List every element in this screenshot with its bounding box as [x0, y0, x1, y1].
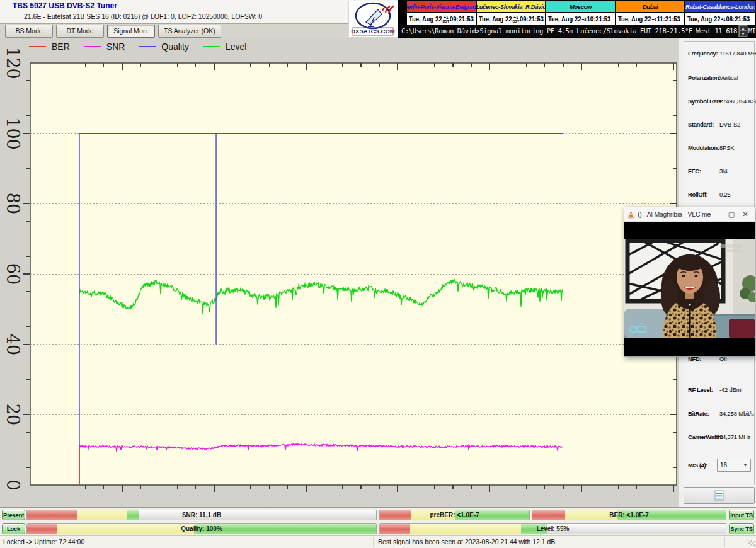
- clock-city-label: Dubai: [616, 1, 685, 13]
- clock-dubai: DubaiTue, Aug 22+411:21:53: [616, 1, 686, 25]
- cushion-left: [624, 309, 666, 338]
- info-label: RF Level:: [688, 386, 713, 393]
- info-label: Standard:: [688, 121, 714, 128]
- status-separator: [373, 537, 374, 547]
- info-value: 27497,354 KS/s: [719, 98, 756, 105]
- info-value: 34,258 Mbit/s: [719, 410, 753, 417]
- vlc-title: () - Al Maghribia - VLC media...: [638, 210, 711, 218]
- clock-time: Tue, Aug 22+310:21:53: [546, 13, 615, 25]
- ber-bar-label: BER: <1.0E-7: [532, 510, 726, 520]
- snr-bar: SNR: 11,1 dB: [26, 510, 377, 520]
- info-label: Symbol Rate:: [688, 98, 723, 105]
- info-label: CarrierWidth:: [688, 433, 723, 440]
- tab-strip: BS ModeDT ModeSignal Mon.TS Analyzer (OK…: [0, 24, 398, 38]
- info-label: RollOff:: [688, 191, 708, 198]
- y-axis-tick-label: 80: [3, 181, 23, 225]
- info-value: -42 dBm: [719, 386, 742, 393]
- sync-ts-button[interactable]: Sync TS: [729, 523, 754, 534]
- level-bar-label: Level: 55%: [380, 524, 726, 534]
- vlc-close-button[interactable]: ✕: [738, 208, 752, 220]
- preber-bar: preBER: <1.0E-7: [379, 510, 530, 520]
- list-icon: [714, 490, 724, 501]
- tv-scene: [624, 239, 755, 338]
- signal-chart-area: BERSNRQualityLevel 020406080100120: [0, 38, 679, 507]
- tab-bs-mode[interactable]: BS Mode: [5, 25, 53, 38]
- mis-select[interactable]: 16▼: [717, 459, 751, 472]
- info-value: DVB-S2: [719, 121, 740, 128]
- clock-time: Tue, Aug 22+108:21:53: [685, 13, 755, 25]
- ts-list-button[interactable]: [684, 487, 755, 504]
- info-value: 11617,840 MHz: [719, 50, 756, 57]
- quality-bar-label: Quality: 100%: [27, 524, 376, 534]
- present-button[interactable]: Present: [2, 510, 25, 520]
- console-command-text: C:\Users\Roman Dávid>Signal monitoring_P…: [401, 27, 756, 35]
- info-label: Polarization:: [688, 74, 721, 81]
- lock-button[interactable]: Lock: [2, 523, 25, 534]
- best-signal-status: Best signal has been seen at 2023-08-20 …: [378, 538, 555, 545]
- level-bar: Level: 55%: [379, 523, 726, 534]
- scroll-up-icon[interactable]: ▲: [739, 25, 747, 31]
- console-scrollbar[interactable]: ▲ ▼: [738, 25, 747, 37]
- tab-ts-analyzer-ok-[interactable]: TS Analyzer (OK): [158, 25, 221, 38]
- info-row-fec-: FEC:3/4: [684, 168, 754, 176]
- tab-signal-mon-[interactable]: Signal Mon.: [107, 25, 155, 38]
- status-bar: Locked -> Uptime: 72:44:00 Best signal h…: [0, 535, 756, 548]
- info-row-polarization-: Polarization:Vertical: [684, 74, 754, 83]
- info-label: BitRate:: [688, 410, 709, 417]
- svg-text:DXSATCS.COM: DXSATCS.COM: [351, 28, 395, 35]
- app-title: TBS 5927 USB DVB-S2 Tuner: [13, 1, 117, 10]
- chevron-down-icon: ▼: [743, 462, 748, 468]
- preber-bar-label: preBER: <1.0E-7: [380, 510, 529, 520]
- video-frame: [624, 239, 755, 338]
- clock-time: Tue, Aug 22+1DST09:21:53: [477, 13, 546, 25]
- clock-time: Tue, Aug 22+1DST09:21:53: [407, 13, 476, 25]
- app-window: { "window": { "title": "TBS 5927 USB DVB…: [0, 0, 756, 548]
- quality-bar: Quality: 100%: [26, 523, 377, 534]
- satellite-dish-icon: DXSATCS.COM: [349, 1, 398, 37]
- info-value: Vertical: [719, 74, 738, 81]
- presenter: [661, 254, 720, 338]
- ber-bar: BER: <1.0E-7: [532, 510, 726, 520]
- vlc-minimize-button[interactable]: –: [711, 208, 724, 220]
- info-value: 8PSK: [719, 144, 735, 151]
- clock-rabat-casablanca-london: Rabat-Casablanca-LondonTue, Aug 22+108:2…: [685, 1, 755, 25]
- y-axis-tick-label: 120: [3, 41, 23, 85]
- vlc-window[interactable]: () - Al Maghribia - VLC media... – ▢ ✕: [624, 207, 755, 357]
- clock-lu-enec-slovakia-r-d-vid: Lučenec-Slovakia_R.DávidTue, Aug 22+1DST…: [477, 1, 547, 25]
- signal-chart: [0, 38, 679, 507]
- vlc-titlebar[interactable]: () - Al Maghribia - VLC media... – ▢ ✕: [624, 207, 755, 222]
- info-row-frequency-: Frequency:11617,840 MHz: [684, 50, 754, 59]
- dxsatcs-logo: DXSATCS.COM: [348, 1, 398, 37]
- clock-city-label: Rabat-Casablanca-London: [685, 1, 755, 13]
- lock-uptime-status: Locked -> Uptime: 72:44:00: [3, 538, 84, 545]
- clock-moscow: MoscowTue, Aug 22+310:21:53: [546, 1, 616, 25]
- info-label: Modulation:: [688, 144, 719, 151]
- clock-berlin-paris-vienna-belgrade: Berlin-Paris-Vienna-BelgradeTue, Aug 22+…: [407, 1, 477, 25]
- tab-dt-mode[interactable]: DT Mode: [56, 25, 104, 38]
- info-row-nfd-: NFD:Off: [684, 355, 754, 364]
- header: TBS 5927 USB DVB-S2 Tuner 21.6E - Eutels…: [0, 0, 398, 24]
- snr-bar-label: SNR: 11,1 dB: [27, 510, 376, 520]
- y-axis-tick-label: 60: [3, 252, 23, 296]
- clock-city-label: Moscow: [546, 1, 615, 13]
- info-value: 0.25: [719, 191, 731, 198]
- resize-grip[interactable]: [748, 540, 755, 546]
- info-label: MIS (4):: [688, 462, 707, 469]
- y-axis-tick-label: 100: [3, 111, 23, 156]
- input-ts-button[interactable]: Input TS: [729, 510, 754, 520]
- clock-city-label: Berlin-Paris-Vienna-Belgrade: [407, 1, 476, 13]
- info-row-carrierwidth-: CarrierWidth:34,371 MHz: [684, 433, 754, 442]
- info-row-standard-: Standard:DVB-S2: [684, 121, 754, 130]
- info-row-rf-level-: RF Level:-42 dBm: [684, 386, 754, 395]
- clock-city-label: Lučenec-Slovakia_R.Dávid: [477, 1, 546, 13]
- vlc-maximize-button[interactable]: ▢: [724, 208, 738, 220]
- info-row-rolloff-: RollOff:0.25: [684, 191, 754, 200]
- info-row-modulation-: Modulation:8PSK: [684, 144, 754, 153]
- mis-selected-value: 16: [720, 462, 727, 469]
- scroll-down-icon[interactable]: ▼: [739, 31, 747, 37]
- vlc-cone-icon: [627, 210, 635, 219]
- console-window[interactable]: C:\Users\Roman Dávid>Signal monitoring_P…: [399, 25, 748, 37]
- status-separator: [724, 537, 725, 547]
- clock-time: Tue, Aug 22+411:21:53: [616, 13, 685, 25]
- cushion-red: [729, 319, 755, 338]
